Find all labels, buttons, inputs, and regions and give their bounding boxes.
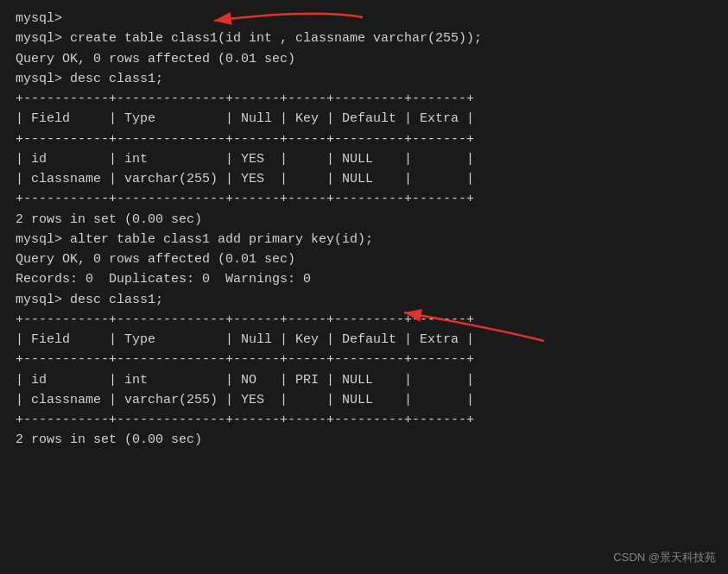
- line-table-border-2: +-----------+--------------+------+-----…: [16, 129, 712, 149]
- line-rows-set-2: 2 rows in set (0.00 sec): [16, 430, 712, 450]
- line-table-border-3: +-----------+--------------+------+-----…: [16, 189, 712, 209]
- line-row-id-1: | id | int | YES | | NULL | |: [16, 149, 712, 169]
- line-table-header: | Field | Type | Null | Key | Default | …: [16, 109, 712, 129]
- line-desc-1: mysql> desc class1;: [16, 69, 712, 89]
- watermark: CSDN @景天科技苑: [613, 550, 716, 565]
- line-1: mysql>: [16, 9, 712, 28]
- line-records: Records: 0 Duplicates: 0 Warnings: 0: [16, 269, 712, 289]
- terminal: mysql> mysql> create table class1(id int…: [0, 0, 728, 574]
- line-rows-set-1: 2 rows in set (0.00 sec): [16, 210, 712, 230]
- line-query-ok-2: Query OK, 0 rows affected (0.01 sec): [16, 249, 712, 269]
- line-alter-table: mysql> alter table class1 add primary ke…: [16, 230, 712, 249]
- line-table-border-1: +-----------+--------------+------+-----…: [16, 89, 712, 109]
- line-desc-2: mysql> desc class1;: [16, 290, 712, 310]
- line-table-border-6: +-----------+--------------+------+-----…: [16, 410, 712, 430]
- line-create-table: mysql> create table class1(id int , clas…: [16, 28, 712, 48]
- line-query-ok-1: Query OK, 0 rows affected (0.01 sec): [16, 49, 712, 69]
- line-row-classname-2: | classname | varchar(255) | YES | | NUL…: [16, 390, 712, 410]
- line-table-header-2: | Field | Type | Null | Key | Default | …: [16, 330, 712, 350]
- line-table-border-4: +-----------+--------------+------+-----…: [16, 310, 712, 330]
- line-row-classname-1: | classname | varchar(255) | YES | | NUL…: [16, 169, 712, 189]
- line-table-border-5: +-----------+--------------+------+-----…: [16, 350, 712, 369]
- line-row-id-2: | id | int | NO | PRI | NULL | |: [16, 370, 712, 390]
